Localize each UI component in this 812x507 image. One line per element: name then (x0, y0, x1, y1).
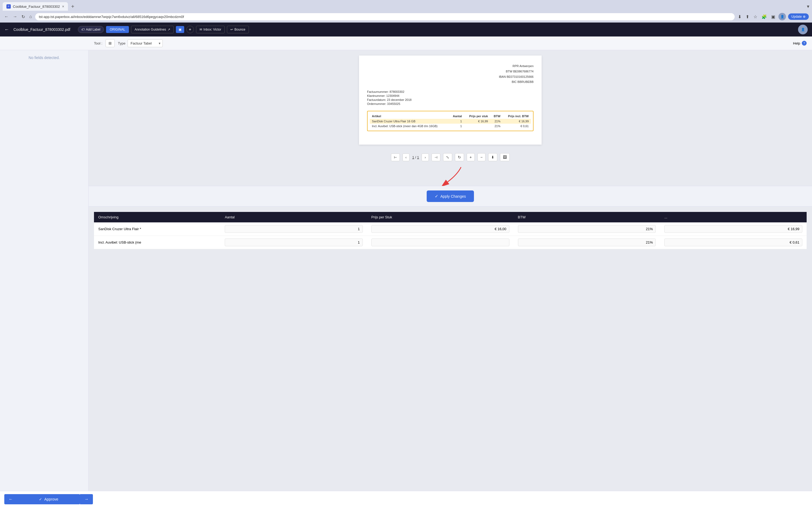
bounce-btn[interactable]: ↩ Bounce (227, 26, 249, 33)
tab-bar: P Coolblue_Factuur_878003302 × + ▾ (0, 0, 812, 11)
row2-prijs (464, 124, 490, 128)
download-doc-btn[interactable]: ⬇ (488, 153, 497, 161)
company-line-2: BTW BE0867686774 (499, 69, 534, 74)
address-bar: ← → ↻ ⌂ ⬇ ⬆ ☆ 🧩 ▣ 👤 Update ⊕ (0, 11, 812, 22)
bounce-icon: ↩ (231, 27, 233, 32)
update-btn[interactable]: Update ⊕ (788, 13, 809, 20)
approve-forward-btn[interactable]: → (80, 494, 93, 504)
add-label-text: Add Label (86, 27, 100, 32)
last-page-btn[interactable]: ⊣ (432, 154, 440, 161)
view-doc-btn[interactable]: 🖼 (500, 153, 510, 161)
annotation-guidelines-btn[interactable]: Annotation Guidelines ↗ (131, 26, 173, 33)
row1-incl: € 16,99 (503, 119, 531, 124)
help-circle-icon[interactable]: ? (802, 41, 807, 46)
ordernummer: Ordernummer: 33455025 (367, 102, 534, 105)
sidebar-toggle-btn[interactable]: ▣ (770, 13, 776, 20)
table-header-row: Artikel Aantal Prijs per stuk BTW Prijs … (370, 113, 531, 119)
row2-incl: € 0,61 (503, 124, 531, 128)
dt-row2-prijs-input[interactable] (371, 238, 509, 246)
dt-col-btw: BTW (514, 212, 660, 222)
inbox-icon: ✉ (200, 27, 202, 32)
data-table-section: Omschrijving Aantal Prijs per Stuk BTW .… (89, 207, 812, 255)
tab-title: Coolblue_Factuur_878003302 (13, 5, 60, 9)
first-page-btn[interactable]: ⊢ (391, 154, 400, 161)
forward-nav-btn[interactable]: → (12, 13, 18, 20)
original-btn[interactable]: ORIGINAL (106, 26, 129, 33)
pagination-row: ⊢ ‹ 1 / 1 › ⊣ ⤡ ↻ + − ⬇ 🖼 (89, 150, 812, 164)
company-line-1: RPR Antwerpen (499, 64, 534, 69)
add-label-btn[interactable]: 🏷 Add Label (78, 26, 104, 33)
dt-row2-aantal (220, 236, 367, 249)
blue-square-btn[interactable]: ▣ (176, 26, 184, 33)
approve-back-btn[interactable]: ← (4, 494, 17, 504)
bottom-bar: ← ✓ Approve → (0, 491, 812, 507)
tab-favicon: P (6, 4, 11, 9)
type-select[interactable]: Factuur Tabel Factuur Header Factuur Foo… (128, 40, 163, 47)
dt-col-prijs: Prijs per Stuk (367, 212, 514, 222)
file-title: Coolblue_Factuur_878003302.pdf (13, 27, 70, 32)
expand-btn[interactable]: ⤡ (443, 153, 452, 161)
col-btw: BTW (490, 113, 502, 119)
app-back-btn[interactable]: ← (4, 27, 9, 33)
extensions-btn[interactable]: 🧩 (760, 13, 768, 20)
table-row: SanDisk Cruzer Ultra Flair 16 GB 1 € 16,… (370, 119, 531, 124)
update-label: Update (791, 15, 802, 18)
zoom-in-btn[interactable]: + (467, 153, 475, 161)
back-arrow-icon: ← (9, 497, 13, 501)
new-tab-btn[interactable]: + (69, 2, 77, 11)
apply-changes-row: ✓ Apply Changes (89, 186, 812, 207)
share-btn[interactable]: ⬆ (745, 13, 750, 20)
dt-col-aantal: Aantal (220, 212, 367, 222)
inbox-label: Inbox: Victor (204, 27, 221, 32)
inbox-btn[interactable]: ✉ Inbox: Victor (196, 26, 225, 33)
dt-row1-omschrijving: SanDisk Cruzer Ultra Flair * (94, 222, 220, 236)
browser-frame: P Coolblue_Factuur_878003302 × + ▾ ← → ↻… (0, 0, 812, 22)
row1-artikel: SanDisk Cruzer Ultra Flair 16 GB (370, 119, 449, 124)
external-link-icon: ↗ (167, 27, 170, 32)
factuurdatum: Factuurdatum: 23 december 2018 (367, 98, 534, 101)
download-btn[interactable]: ⬇ (737, 13, 743, 20)
dt-row1-btw-input[interactable] (518, 225, 656, 233)
tabs-menu-btn[interactable]: ▾ (807, 3, 809, 9)
bottom-left: ← ✓ Approve → (4, 494, 93, 504)
dt-col-extra: ... (660, 212, 807, 222)
current-page: 1 (412, 155, 414, 159)
tab-close-btn[interactable]: × (62, 4, 64, 9)
dt-row1-extra-input[interactable] (664, 225, 802, 233)
red-arrow-svg (423, 164, 477, 186)
company-line-4: BIC BBRUBEBB (499, 79, 534, 85)
user-profile-avatar[interactable]: 👤 (798, 25, 808, 34)
toolbar-row: Tool : ⊞ Type Factuur Tabel Factuur Head… (0, 37, 812, 50)
arrow-container (89, 164, 812, 186)
prev-page-btn[interactable]: ‹ (403, 154, 409, 161)
dt-row2-btw-input[interactable] (518, 238, 656, 246)
table-row: SanDisk Cruzer Ultra Flair * (94, 222, 807, 236)
data-table-header-row: Omschrijving Aantal Prijs per Stuk BTW .… (94, 212, 807, 222)
home-btn[interactable]: ⌂ (28, 13, 33, 20)
approve-btn[interactable]: ✓ Approve (17, 494, 80, 504)
back-nav-btn[interactable]: ← (3, 13, 10, 20)
browser-actions: ⬇ ⬆ ☆ 🧩 ▣ 👤 Update ⊕ (737, 13, 809, 20)
rotate-btn[interactable]: ↻ (455, 153, 464, 161)
zoom-out-btn[interactable]: − (477, 153, 486, 161)
apply-changes-btn[interactable]: ✓ Apply Changes (427, 190, 474, 202)
reload-btn[interactable]: ↻ (20, 13, 26, 20)
tool-label: Tool : (94, 41, 102, 45)
original-label: ORIGINAL (110, 27, 125, 32)
dt-row1-aantal-input[interactable] (225, 225, 363, 233)
row1-aantal: 1 (449, 119, 464, 124)
company-info: RPR Antwerpen BTW BE0867686774 IBAN BE07… (499, 64, 534, 85)
dt-row2-aantal-input[interactable] (225, 238, 363, 246)
user-avatar[interactable]: 👤 (778, 13, 786, 20)
plus-btn[interactable]: + (186, 26, 194, 33)
col-prijs-per-stuk: Prijs per stuk (464, 113, 490, 119)
next-page-btn[interactable]: › (421, 154, 428, 161)
dt-row2-extra-input[interactable] (664, 238, 802, 246)
help-text: Help (793, 41, 800, 45)
help-section: Help ? (793, 41, 807, 46)
active-tab[interactable]: P Coolblue_Factuur_878003302 × (3, 2, 68, 11)
dt-row1-prijs-input[interactable] (371, 225, 509, 233)
url-input[interactable] (35, 13, 735, 20)
tool-icon-btn[interactable]: ⊞ (106, 39, 115, 47)
bookmark-btn[interactable]: ☆ (752, 13, 758, 20)
